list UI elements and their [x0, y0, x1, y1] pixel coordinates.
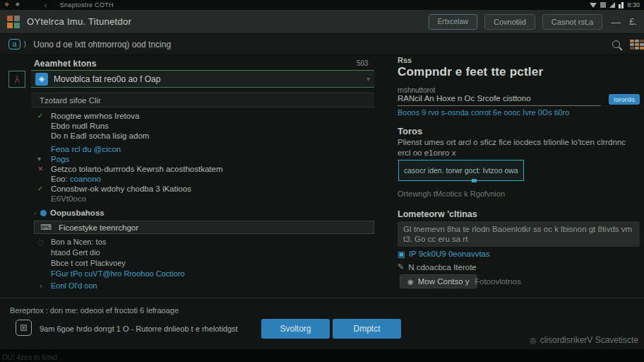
name-field-label: rnshnuttorot	[398, 86, 435, 94]
metrics-title: Lometeorw 'cltinas	[398, 209, 477, 219]
list-item-link[interactable]: Feoa rcl du @cicon	[31, 144, 374, 154]
header-button-3[interactable]: Casnot rst,a	[542, 14, 602, 30]
source-file-icon[interactable]: F	[16, 320, 32, 336]
footer-caption: 9am 6goe hrdo dorrgt 1 O - Rutorre dnlie…	[40, 325, 238, 333]
app-title: OYtelrca Imu. Titunetdor	[27, 16, 131, 27]
screenshot-icon	[600, 2, 606, 8]
header-button-1[interactable]: Ertxcelaw	[429, 14, 477, 30]
divider	[0, 298, 644, 298]
name-field-button[interactable]: Ioron9s	[609, 94, 640, 105]
operation-item[interactable]: Bbce t cort Plackvoey	[31, 258, 374, 269]
app-header: OYtelrca Imu. Titunetdor Ertxcelaw Covno…	[0, 10, 644, 34]
list-item[interactable]: ✕Getzco tolarto-durrrods Kewrsh acosthos…	[31, 164, 374, 174]
bottom-bar-text: OU! 4zea to 6mid	[2, 354, 57, 361]
metrics-button[interactable]: ◉ Mow Contso y	[400, 274, 477, 288]
pencil-icon: ✎	[398, 262, 404, 272]
metrics-edit-label: N cdoacbca Iterote	[408, 263, 477, 272]
list-item[interactable]: ✓Roogtne wmrhos Iretova	[31, 111, 374, 121]
operation-item-label: htaod Gert dio	[51, 248, 100, 257]
pointer-tool-icon[interactable]: λ	[8, 71, 25, 88]
operation-item[interactable]: ○Bon a Ncen: tos	[31, 237, 374, 247]
list-item[interactable]: Ebdo nudl Runs	[31, 121, 374, 131]
bottom-bar: OU! 4zea to 6mid	[0, 349, 644, 362]
metrics-button-caption: Fotoovlotnos	[475, 277, 521, 286]
tones-input-value: casocr iden. torwr goct: Ivtzoo owankooc…	[404, 166, 518, 175]
list-item[interactable]: Eoo: coanono	[31, 174, 374, 184]
check-icon: ✓	[37, 111, 43, 121]
list-item-label: Conosbwr-ok wdohy chodba 3 iKatioos	[51, 185, 191, 193]
translate-app-icon[interactable]: a	[8, 39, 20, 49]
filter-row[interactable]: Tzotard sifoe Clir	[31, 93, 374, 107]
signal-icon	[609, 2, 615, 8]
tones-input[interactable]: casocr iden. torwr goct: Ivtzoo owankooc…	[398, 160, 524, 181]
input-cursor-handle[interactable]	[472, 179, 477, 182]
operation-item[interactable]: htaod Gert dio	[31, 247, 374, 258]
operation-item-label: FGur tPo cuVT@hro Rroohoo Coctioro	[51, 269, 185, 278]
chevron-right-icon: ›	[34, 209, 37, 217]
globe-icon: ◈	[35, 73, 48, 86]
operations-list: ○Bon a Ncen: tos htaod Gert dio Bbce t c…	[31, 237, 374, 291]
operation-item-label: Eonl Ol'd oon	[51, 281, 97, 290]
wifi-icon	[590, 3, 597, 8]
list-item[interactable]: ✓Conosbwr-ok wdohy chodba 3 iKatioos	[31, 184, 374, 194]
status-right: 8:30	[590, 1, 640, 8]
cross-icon: ✕	[37, 164, 43, 174]
list-item-prefix: Eoo:	[51, 175, 68, 183]
list-item-label: Ebdo nudl Runs	[51, 122, 109, 130]
status-bar: ❖ ❖ ‹ Snaptostre COTH 8:30	[0, 0, 644, 10]
list-item-label: coanono	[70, 175, 101, 183]
chevron-down-icon[interactable]: ▾	[366, 75, 370, 83]
app-logo-icon	[7, 16, 20, 28]
search-input-value: Movoblca fat reo0o ao f Oap	[54, 74, 160, 84]
status-app-label: Snaptostre COTH	[60, 1, 114, 8]
circle-icon: ○	[37, 237, 44, 247]
item-count: 503	[357, 59, 369, 67]
right-footer-text: clisordisrikerV Scavetiscte	[540, 335, 638, 345]
tones-hint[interactable]: Ortewngh tMcotics k Rgofvnion	[398, 189, 505, 198]
metrics-checkbox-link[interactable]: ▣ IP 9ck0U9 0eonavvtas	[398, 249, 490, 259]
toolbar: a ) Uono d oe lxtt ohtmorroq) ood tncing	[0, 34, 644, 55]
list-item[interactable]: Do n Eadl socha lisig adom	[31, 131, 374, 141]
operations-section-header[interactable]: › Oopusbahoss	[34, 209, 105, 217]
right-title: Compndr e feet tte pctler	[398, 65, 543, 79]
metrics-textbox[interactable]: Gl tnemevn 8ha te rlodn Baoenlotkr ss oc…	[398, 221, 640, 247]
tones-title: Toros	[398, 126, 422, 136]
primary-action-button[interactable]: Svoltorg	[261, 319, 330, 339]
search-icon[interactable]	[612, 40, 620, 48]
name-field[interactable]: RANcil An Hoxe n Oc Srcofe cisttono	[398, 94, 601, 106]
header-actions: Ertxcelaw Covnotiid Casnot rst,a — £.	[429, 14, 637, 30]
toolbar-label: Uono d oe lxtt ohtmorroq) ood tncing	[33, 40, 171, 49]
tools-icon[interactable]: £.	[629, 16, 637, 27]
selected-operation-row[interactable]: ⌨ Ficoestyke teenrchgor	[34, 221, 374, 234]
apps-grid-icon[interactable]	[630, 40, 641, 49]
header-button-2[interactable]: Covnotiid	[484, 14, 535, 30]
list-item-label: Do n Eadl socha lisig adom	[51, 132, 149, 140]
result-list: ✓Roogtne wmrhos Iretova Ebdo nudl Runs D…	[31, 111, 374, 204]
right-link[interactable]: Booos 9 rvo s-osnda corrot 6e oooc Ivre …	[398, 108, 569, 117]
inner-file-icon: F	[20, 325, 27, 331]
sound-icon: )	[23, 40, 26, 49]
operation-item-label: Bon a Ncen: tos	[51, 238, 106, 246]
operations-dot-icon	[40, 210, 47, 216]
check-icon: ✓	[37, 184, 43, 194]
metrics-button-label: Mow Contso y	[418, 277, 470, 286]
selected-operation-label: Ficoestyke teenrchgor	[59, 223, 138, 232]
chevron-right-icon: ›	[40, 281, 42, 291]
status-left: ❖ ❖ ‹ Snaptostre COTH	[4, 1, 114, 10]
operation-item-link[interactable]: FGur tPo cuVT@hro Rroohoo Coctioro	[31, 269, 374, 279]
list-item[interactable]: E6Vt0oco	[31, 194, 374, 204]
toolbar-right	[612, 40, 636, 49]
minimize-icon[interactable]: —	[611, 16, 621, 28]
keyboard-icon: ⌨	[40, 223, 52, 232]
notification-icon: ❖	[15, 2, 20, 8]
filter-row-label: Tzotard sifoe Clir	[40, 96, 101, 105]
secondary-action-button[interactable]: Dmptct	[333, 319, 401, 339]
operation-item-link[interactable]: ›Eonl Ol'd oon	[31, 281, 374, 291]
search-input[interactable]: ◈ Movoblca fat reo0o ao f Oap ▾	[31, 70, 374, 88]
list-item-label: Getzco tolarto-durrrods Kewrsh acosthost…	[51, 165, 223, 173]
list-item-label: Pogs	[51, 155, 69, 163]
back-icon[interactable]: ‹	[44, 1, 47, 10]
record-icon: ◉	[407, 278, 414, 286]
list-item-link[interactable]: ▾Pogs	[31, 154, 374, 164]
metrics-edit-link[interactable]: ✎ N cdoacbca Iterote	[398, 262, 477, 272]
